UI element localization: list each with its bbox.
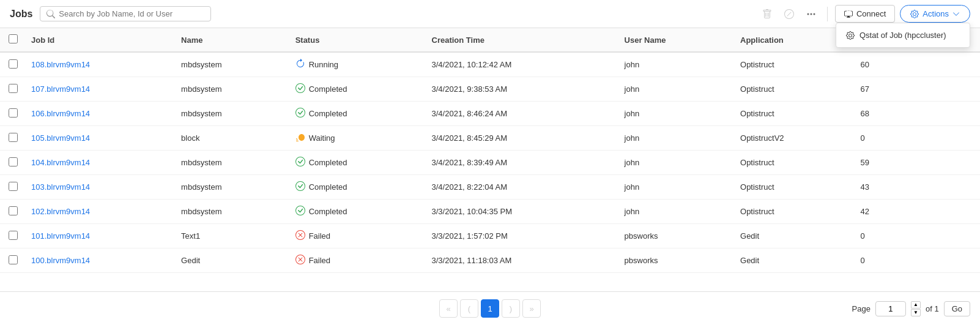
connect-label: Connect bbox=[856, 9, 886, 18]
status-text: Completed bbox=[309, 158, 347, 167]
job-user-cell: john bbox=[616, 77, 732, 102]
job-name-cell: mbdsystem bbox=[173, 200, 287, 224]
job-status-cell: Waiting bbox=[287, 126, 423, 151]
qstat-icon bbox=[846, 31, 855, 40]
row-checkbox[interactable] bbox=[9, 231, 18, 240]
job-id-link[interactable]: 105.blrvm9vm14 bbox=[31, 133, 90, 143]
job-user-cell: john bbox=[616, 200, 732, 224]
row-checkbox-cell[interactable] bbox=[0, 126, 23, 151]
job-cpu-cell: 0 bbox=[852, 248, 980, 273]
status-container: Failed bbox=[295, 230, 415, 242]
actions-dropdown-menu: Qstat of Job (hpccluster) bbox=[836, 23, 970, 48]
job-user-cell: pbsworks bbox=[616, 224, 732, 248]
status-container: Completed bbox=[295, 206, 415, 217]
row-checkbox[interactable] bbox=[9, 108, 18, 118]
status-text: Completed bbox=[309, 84, 347, 94]
job-creation-time-cell: 3/4/2021, 8:22:04 AM bbox=[423, 175, 616, 200]
row-checkbox-cell[interactable] bbox=[0, 77, 23, 102]
job-id-link[interactable]: 101.blrvm9vm14 bbox=[31, 231, 90, 241]
status-container: Completed bbox=[295, 181, 415, 193]
job-id-link[interactable]: 107.blrvm9vm14 bbox=[31, 84, 90, 94]
cancel-button[interactable] bbox=[781, 6, 798, 23]
row-checkbox[interactable] bbox=[9, 59, 18, 69]
actions-label: Actions bbox=[922, 9, 949, 18]
status-icon bbox=[295, 83, 305, 95]
page-input[interactable] bbox=[875, 301, 906, 316]
job-id-link[interactable]: 100.blrvm9vm14 bbox=[31, 256, 90, 265]
search-input[interactable] bbox=[59, 9, 204, 18]
job-cpu-cell: 60 bbox=[852, 52, 980, 77]
prev-page-button[interactable]: ( bbox=[460, 299, 478, 318]
col-user-name: User Name bbox=[616, 28, 732, 52]
job-id-cell: 107.blrvm9vm14 bbox=[23, 77, 173, 102]
row-checkbox[interactable] bbox=[9, 84, 18, 93]
qstat-dropdown-item[interactable]: Qstat of Job (hpccluster) bbox=[836, 26, 970, 45]
job-id-cell: 103.blrvm9vm14 bbox=[23, 175, 173, 200]
row-checkbox[interactable] bbox=[9, 133, 18, 142]
job-id-link[interactable]: 106.blrvm9vm14 bbox=[31, 109, 90, 118]
job-application-cell: OptistructV2 bbox=[732, 126, 852, 151]
job-cpu-cell: 68 bbox=[852, 102, 980, 126]
job-id-link[interactable]: 104.blrvm9vm14 bbox=[31, 158, 90, 167]
status-icon bbox=[295, 230, 305, 242]
job-id-link[interactable]: 103.blrvm9vm14 bbox=[31, 182, 90, 192]
job-status-cell: Failed bbox=[287, 248, 423, 273]
job-user-cell: john bbox=[616, 102, 732, 126]
job-status-cell: Completed bbox=[287, 102, 423, 126]
job-creation-time-cell: 3/3/2021, 11:18:03 AM bbox=[423, 248, 616, 273]
select-all-checkbox[interactable] bbox=[9, 34, 18, 43]
job-application-cell: Gedit bbox=[732, 248, 852, 273]
first-page-button[interactable]: « bbox=[439, 299, 458, 318]
svg-rect-2 bbox=[296, 138, 297, 139]
delete-button[interactable] bbox=[759, 6, 776, 23]
status-icon bbox=[295, 108, 305, 119]
page-up-button[interactable]: ▲ bbox=[911, 301, 921, 308]
job-creation-time-cell: 3/4/2021, 10:12:42 AM bbox=[423, 52, 616, 77]
row-checkbox-cell[interactable] bbox=[0, 175, 23, 200]
next-page-button[interactable]: ) bbox=[502, 299, 520, 318]
actions-button[interactable]: Actions bbox=[900, 5, 970, 23]
status-icon bbox=[295, 157, 305, 168]
row-checkbox-cell[interactable] bbox=[0, 224, 23, 248]
status-container: Running bbox=[295, 59, 415, 70]
col-name: Name bbox=[173, 28, 287, 52]
job-name-cell: mbdsystem bbox=[173, 102, 287, 126]
table-row: 101.blrvm9vm14 Text1 Failed 3/3/2021, 1:… bbox=[0, 224, 980, 248]
job-status-cell: Failed bbox=[287, 224, 423, 248]
more-options-button[interactable] bbox=[803, 6, 820, 23]
table-row: 105.blrvm9vm14 block Waiting 3/4/2021, 8… bbox=[0, 126, 980, 151]
header: Jobs bbox=[0, 0, 980, 28]
status-text: Waiting bbox=[309, 133, 335, 143]
status-container: Completed bbox=[295, 157, 415, 168]
row-checkbox-cell[interactable] bbox=[0, 151, 23, 175]
row-checkbox-cell[interactable] bbox=[0, 52, 23, 77]
select-all-header[interactable] bbox=[0, 28, 23, 52]
table-row: 108.blrvm9vm14 mbdsystem Running 3/4/202… bbox=[0, 52, 980, 77]
qstat-label: Qstat of Job (hpccluster) bbox=[859, 31, 946, 40]
job-name-cell: mbdsystem bbox=[173, 151, 287, 175]
job-creation-time-cell: 3/3/2021, 10:04:35 PM bbox=[423, 200, 616, 224]
page-1-button[interactable]: 1 bbox=[481, 299, 499, 318]
row-checkbox[interactable] bbox=[9, 255, 18, 264]
row-checkbox[interactable] bbox=[9, 157, 18, 166]
table-header-row: Job Id Name Status Creation Time User Na… bbox=[0, 28, 980, 52]
row-checkbox-cell[interactable] bbox=[0, 200, 23, 224]
row-checkbox[interactable] bbox=[9, 182, 18, 191]
go-button[interactable]: Go bbox=[944, 301, 970, 316]
job-user-cell: john bbox=[616, 175, 732, 200]
row-checkbox-cell[interactable] bbox=[0, 102, 23, 126]
last-page-button[interactable]: » bbox=[522, 299, 541, 318]
job-cpu-cell: 0 bbox=[852, 224, 980, 248]
job-status-cell: Completed bbox=[287, 151, 423, 175]
job-name-cell: mbdsystem bbox=[173, 77, 287, 102]
col-application: Application bbox=[732, 28, 852, 52]
connect-button[interactable]: Connect bbox=[835, 5, 895, 23]
page-down-button[interactable]: ▼ bbox=[911, 309, 921, 316]
status-icon bbox=[295, 255, 305, 266]
job-status-cell: Completed bbox=[287, 77, 423, 102]
row-checkbox-cell[interactable] bbox=[0, 248, 23, 273]
header-actions: Connect Actions bbox=[759, 5, 970, 23]
row-checkbox[interactable] bbox=[9, 206, 18, 215]
job-id-link[interactable]: 102.blrvm9vm14 bbox=[31, 207, 90, 216]
job-id-link[interactable]: 108.blrvm9vm14 bbox=[31, 60, 90, 69]
